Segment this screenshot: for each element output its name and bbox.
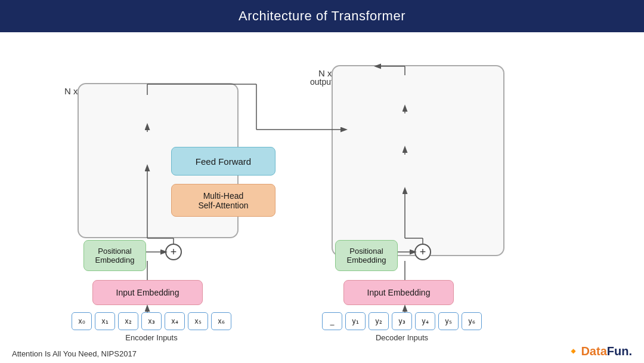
page-title: Architecture of Transformer — [239, 8, 405, 23]
encoder-inputs-label: Encoder Inputs — [125, 333, 177, 342]
decoder-inputs-container: _ y₁ y₂ y₃ y₄ y₅ y₆ Decoder Inputs — [322, 312, 482, 342]
dec-token-y1: y₁ — [345, 312, 366, 330]
encoder-inputs-container: x₀ x₁ x₂ x₃ x₄ x₅ x₆ Encoder Inputs — [72, 312, 231, 342]
encoder-pos-embedding: Positional Embedding — [83, 240, 146, 271]
main-diagram: outputs y₁ y₂ y₃ y₄ y₅ y₆ y₇ N x Feed Fo… — [0, 32, 644, 358]
enc-token-x3: x₃ — [141, 312, 162, 330]
enc-token-x1: x₁ — [95, 312, 115, 330]
enc-token-x4: x₄ — [165, 312, 185, 330]
decoder-pos-embedding: Positional Embedding — [335, 240, 398, 271]
enc-token-x2: x₂ — [118, 312, 138, 330]
dec-token-y2: y₂ — [369, 312, 389, 330]
decoder-plus: + — [414, 244, 431, 260]
encoder-block: Feed Forward Multi-Head Self-Attention — [78, 83, 239, 238]
citation-text: Attention Is All You Need, NIPS2017 — [12, 349, 137, 358]
enc-token-x0: x₀ — [72, 312, 92, 330]
logo-icon: 🔸 — [566, 344, 581, 358]
enc-token-x5: x₅ — [188, 312, 208, 330]
decoder-tokens: _ y₁ y₂ y₃ y₄ y₅ y₆ — [322, 312, 482, 330]
dec-token-y3: y₃ — [392, 312, 412, 330]
page-header: Architecture of Transformer — [0, 0, 644, 32]
decoder-nx-label: N x — [318, 68, 332, 78]
logo-text-data: Data — [581, 344, 606, 358]
dec-token-y4: y₄ — [415, 312, 435, 330]
encoder-tokens: x₀ x₁ x₂ x₃ x₄ x₅ x₆ — [72, 312, 231, 330]
encoder-nx-label: N x — [64, 86, 78, 96]
decoder-block: Feed Forward Multi-Head Attention Masked… — [332, 65, 504, 256]
decoder-input-embedding: Input Embedding — [343, 280, 454, 305]
dec-token-y5: y₅ — [438, 312, 459, 330]
encoder-mhsa: Multi-Head Self-Attention — [171, 184, 275, 217]
decoder-inputs-label: Decoder Inputs — [376, 333, 428, 342]
dec-token-y6: y₆ — [462, 312, 482, 330]
logo: 🔸DataFun. — [566, 344, 632, 358]
citation-footer: Attention Is All You Need, NIPS2017 — [12, 349, 137, 358]
encoder-feed-forward: Feed Forward — [171, 147, 275, 176]
encoder-plus: + — [165, 244, 182, 260]
encoder-input-embedding: Input Embedding — [92, 280, 203, 305]
dec-token-blank: _ — [322, 312, 342, 330]
enc-token-x6: x₆ — [211, 312, 231, 330]
logo-text-fun: Fun. — [607, 344, 632, 358]
